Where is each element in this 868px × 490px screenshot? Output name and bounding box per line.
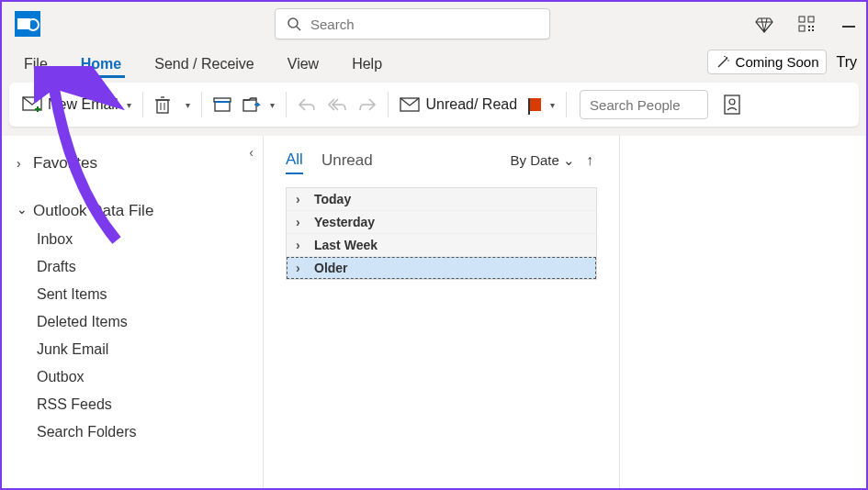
minimize-button[interactable] [839,14,859,34]
sort-direction-button[interactable]: ↑ [586,152,593,169]
svg-rect-26 [215,102,230,111]
chevron-down-icon [17,204,26,218]
reading-pane [620,136,866,488]
svg-rect-10 [812,26,814,28]
group-last-week[interactable]: ›Last Week [287,234,596,257]
folder-sent[interactable]: Sent Items [17,281,248,308]
group-yesterday[interactable]: ›Yesterday [287,211,596,234]
data-file-label: Outlook Data File [33,202,153,220]
chevron-right-icon: › [296,215,309,229]
filter-all[interactable]: All [286,150,303,174]
reply-all-icon [327,97,347,112]
address-book-icon [723,95,741,115]
group-today[interactable]: ›Today [287,188,596,211]
toolbar-wrap: New Email ▾ ▾ ▾ Unread/ Read [2,83,866,136]
new-email-label: New Email [48,96,118,113]
forward-button[interactable] [353,94,382,116]
svg-rect-9 [808,26,810,28]
archive-icon [213,97,231,112]
message-list-pane: All Unread By Date ⌄ ↑ ›Today ›Yesterday… [264,136,620,488]
forward-icon [358,97,377,112]
outlook-logo-icon [15,11,40,37]
try-button[interactable]: Try [832,50,861,74]
folder-outbox[interactable]: Outbox [17,363,248,391]
reply-button[interactable] [292,94,321,116]
folder-drafts[interactable]: Drafts [17,253,248,281]
delete-button[interactable] [149,92,176,117]
archive-button[interactable] [208,94,237,116]
flag-icon [528,98,541,111]
delete-dropdown[interactable]: ▾ [176,96,196,114]
folder-rss[interactable]: RSS Feeds [17,391,248,418]
address-book-button[interactable] [717,91,747,118]
svg-point-15 [727,60,729,61]
global-search[interactable] [275,8,550,39]
reply-icon [298,97,316,112]
folder-junk[interactable]: Junk Email [17,336,248,363]
favorites-label: Favorites [33,154,97,173]
favorites-group[interactable]: Favorites [17,149,248,178]
coming-soon-button[interactable]: Coming Soon [707,50,828,74]
global-search-input[interactable] [310,17,538,32]
qr-code-icon[interactable] [796,14,817,34]
envelope-icon [400,97,420,112]
data-file-group[interactable]: Outlook Data File [17,196,248,226]
chevron-right-icon: › [296,238,309,252]
separator [566,92,567,117]
group-older[interactable]: ›Older [287,257,596,279]
toolbar: New Email ▾ ▾ ▾ Unread/ Read [9,83,859,127]
unread-read-button[interactable]: Unread/ Read [394,93,523,117]
tab-view[interactable]: View [284,50,322,78]
svg-rect-7 [808,17,814,22]
separator [388,92,389,117]
wand-icon [716,55,730,70]
search-people-input[interactable] [580,90,708,119]
separator [142,92,143,117]
filter-unread[interactable]: Unread [321,151,373,173]
move-icon [242,96,261,113]
chevron-down-icon: ▾ [270,100,275,110]
svg-point-16 [724,55,726,57]
separator [286,92,287,117]
titlebar [2,2,866,46]
chevron-right-icon: › [296,192,309,206]
folder-inbox[interactable]: Inbox [17,226,248,253]
svg-rect-6 [799,17,805,22]
reply-all-button[interactable] [321,94,353,116]
flag-button[interactable]: ▾ [523,95,560,115]
new-email-button[interactable]: New Email ▾ [17,93,137,117]
chevron-right-icon [17,156,26,171]
tab-help[interactable]: Help [348,50,386,78]
main-area: ‹ Favorites Outlook Data File Inbox Draf… [2,136,866,488]
folder-pane: ‹ Favorites Outlook Data File Inbox Draf… [2,136,264,488]
separator [201,92,202,117]
search-icon [287,17,301,31]
svg-point-0 [288,18,298,28]
chevron-down-icon: ▾ [186,100,190,110]
chevron-down-icon: ▾ [127,100,131,110]
chevron-down-icon: ⌄ [563,152,575,168]
folder-search[interactable]: Search Folders [17,418,248,446]
svg-point-14 [726,57,727,59]
coming-soon-label: Coming Soon [736,54,819,70]
tab-send-receive[interactable]: Send / Receive [151,50,258,78]
svg-rect-12 [812,29,814,31]
premium-diamond-icon[interactable] [754,14,774,34]
svg-point-31 [729,99,735,105]
tab-home[interactable]: Home [77,50,125,78]
message-groups: ›Today ›Yesterday ›Last Week ›Older [286,187,597,280]
unread-read-label: Unread/ Read [425,96,517,113]
svg-rect-20 [157,100,168,113]
svg-rect-11 [808,29,810,31]
ribbon-tabs: File Home Send / Receive View Help Comin… [2,46,866,83]
chevron-right-icon: › [296,261,309,275]
collapse-folder-pane[interactable]: ‹ [249,145,254,160]
move-button[interactable]: ▾ [237,93,280,117]
sort-by-date[interactable]: By Date ⌄ [510,152,575,169]
svg-rect-8 [799,26,805,31]
svg-line-13 [718,58,727,67]
folder-deleted[interactable]: Deleted Items [17,308,248,336]
chevron-down-icon: ▾ [550,100,555,110]
svg-line-1 [297,27,300,30]
tab-file[interactable]: File [20,50,51,78]
